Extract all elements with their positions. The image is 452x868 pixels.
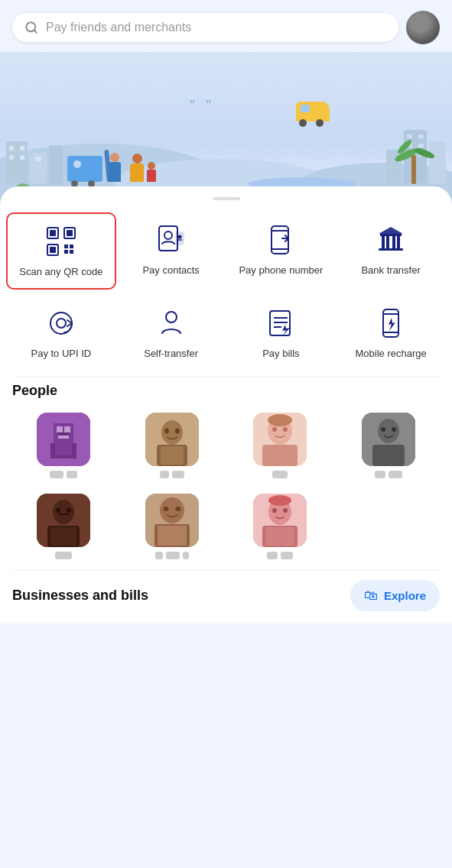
people-title: People (0, 377, 452, 408)
person-name-5 (55, 552, 72, 559)
svg-rect-22 (382, 236, 385, 248)
svg-rect-68 (58, 513, 69, 515)
characters (67, 153, 156, 182)
svg-point-74 (175, 507, 180, 511)
person-avatar-7 (253, 494, 307, 547)
person-name-4 (375, 471, 402, 478)
svg-rect-24 (392, 236, 395, 248)
action-grid-row1: Scan any QR code Pay contacts (0, 212, 452, 296)
buildings-left (6, 141, 63, 183)
svg-point-46 (161, 420, 183, 445)
person-name-2 (160, 471, 184, 478)
svg-point-70 (160, 497, 184, 523)
action-pay-upi[interactable]: Pay to UPI ID (6, 296, 116, 370)
person-avatar-4 (362, 413, 415, 466)
name-block (55, 552, 72, 559)
svg-rect-59 (372, 445, 405, 466)
action-self-transfer[interactable]: Self-transfer (116, 296, 226, 370)
search-placeholder: Pay friends and merchants (46, 21, 191, 34)
pay-phone-label: Pay phone number (239, 264, 323, 277)
person-item-6[interactable] (118, 489, 226, 570)
person-avatar-2 (145, 413, 199, 466)
person-avatar-3 (253, 413, 307, 466)
svg-rect-40 (64, 426, 70, 432)
svg-point-67 (67, 508, 71, 513)
name-block (160, 471, 169, 478)
pay-upi-icon (43, 305, 80, 342)
search-icon (24, 21, 38, 34)
person-item-7[interactable] (226, 489, 335, 570)
avatar[interactable] (406, 11, 440, 44)
mobile-recharge-label: Mobile recharge (356, 348, 427, 361)
svg-rect-78 (265, 527, 294, 546)
svg-point-28 (57, 319, 66, 328)
people-grid-2 (0, 489, 452, 570)
svg-rect-5 (67, 230, 73, 236)
svg-point-60 (381, 427, 385, 432)
mobile-recharge-icon (372, 305, 409, 342)
self-transfer-icon (153, 305, 190, 342)
svg-point-73 (163, 507, 168, 511)
action-grid-row2: Pay to UPI ID Self-transfer (0, 296, 452, 376)
person-name-3 (272, 471, 288, 478)
person-avatar-1 (37, 413, 90, 466)
svg-rect-10 (64, 250, 68, 254)
pay-bills-icon (262, 305, 299, 342)
name-block (281, 552, 293, 559)
person-item-3[interactable] (226, 408, 335, 489)
name-block (389, 471, 402, 478)
svg-rect-43 (55, 443, 72, 455)
svg-rect-72 (158, 526, 187, 546)
name-block (375, 471, 385, 478)
search-bar[interactable]: Pay friends and merchants (12, 13, 398, 42)
svg-rect-39 (57, 426, 63, 432)
pay-contacts-icon (153, 222, 190, 258)
person-item-2[interactable] (118, 408, 226, 489)
action-pay-bills[interactable]: Pay bills (226, 296, 337, 370)
person-item-1[interactable] (9, 408, 118, 489)
svg-point-54 (272, 427, 277, 432)
person-item-4[interactable] (334, 408, 443, 489)
svg-point-61 (392, 427, 396, 432)
name-block (172, 471, 184, 478)
explore-label: Explore (384, 589, 426, 602)
header: Pay friends and merchants (0, 0, 452, 52)
svg-point-29 (166, 312, 177, 322)
svg-rect-11 (70, 250, 73, 254)
svg-rect-65 (50, 527, 76, 546)
svg-line-1 (34, 30, 36, 32)
hero-illustration: " " (0, 52, 452, 205)
action-mobile-recharge[interactable]: Mobile recharge (336, 296, 446, 370)
action-scan-qr[interactable]: Scan any QR code (6, 212, 116, 290)
pay-contacts-label: Pay contacts (142, 264, 199, 277)
svg-rect-23 (386, 236, 389, 248)
person-name-7 (267, 552, 293, 559)
person-avatar-6 (145, 494, 199, 547)
pay-upi-label: Pay to UPI ID (31, 348, 92, 361)
main-panel: Scan any QR code Pay contacts (0, 186, 452, 623)
drag-handle[interactable] (213, 197, 240, 200)
svg-point-50 (175, 428, 180, 433)
pay-bills-label: Pay bills (262, 348, 299, 361)
action-bank-transfer[interactable]: Bank transfer (336, 212, 446, 290)
person-name-1 (50, 471, 77, 478)
action-pay-phone[interactable]: Pay phone number (226, 212, 337, 290)
svg-rect-25 (397, 236, 400, 248)
decorative-marks: " " (190, 98, 215, 114)
action-pay-contacts[interactable]: Pay contacts (116, 212, 226, 290)
svg-point-56 (268, 414, 292, 426)
svg-marker-20 (379, 227, 403, 234)
svg-rect-44 (58, 432, 69, 435)
people-grid (0, 408, 452, 489)
name-block (166, 552, 180, 559)
name-block (272, 471, 288, 478)
businesses-row: Businesses and bills 🛍 Explore (0, 571, 452, 623)
person-item-5[interactable] (9, 489, 118, 570)
svg-point-55 (283, 427, 288, 432)
explore-button[interactable]: 🛍 Explore (350, 580, 440, 611)
bank-transfer-label: Bank transfer (361, 264, 420, 277)
bank-transfer-icon (372, 222, 409, 258)
svg-rect-21 (380, 234, 402, 236)
person-avatar-5 (37, 494, 90, 547)
name-block (50, 471, 63, 478)
